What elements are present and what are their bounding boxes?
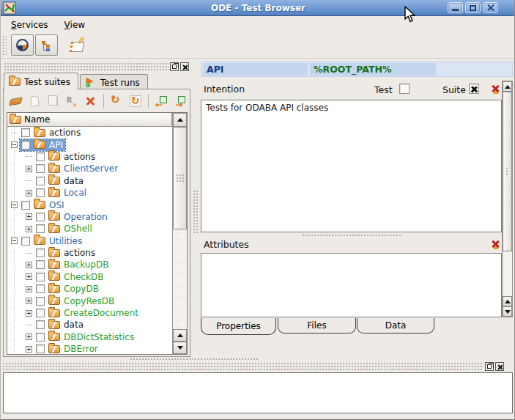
tree-checkbox[interactable]	[36, 309, 45, 317]
scrollbar-track[interactable]	[503, 251, 512, 296]
tree-item-DBDictStatistics[interactable]: DBDictStatistics	[7, 331, 172, 343]
delete-button[interactable]	[82, 93, 97, 109]
tree-checkbox[interactable]	[21, 201, 30, 210]
tree-item-CopyResDB[interactable]: CopyResDB	[7, 295, 172, 306]
tree-checkbox[interactable]	[36, 273, 45, 281]
tree-item-BackupDB[interactable]: BackupDB	[7, 259, 172, 270]
refresh-button[interactable]	[127, 93, 143, 109]
tree-checkbox[interactable]	[21, 141, 30, 150]
tab-test-runs[interactable]: Test runs	[80, 74, 148, 90]
expander-minus-icon[interactable]	[11, 141, 18, 148]
tree-checkbox[interactable]	[36, 248, 45, 257]
tree-checkbox[interactable]	[36, 152, 45, 161]
attributes-clear-button[interactable]	[489, 237, 502, 250]
scroll-down-button[interactable]	[503, 306, 512, 317]
left-dock-float-button[interactable]	[170, 62, 179, 71]
expander-plus-icon[interactable]	[26, 346, 32, 353]
tree-item-data[interactable]: data	[7, 175, 172, 187]
tree-item-OSI[interactable]: OSI	[7, 199, 172, 210]
tab-data[interactable]: Data	[357, 318, 434, 334]
bottom-dock-handle[interactable]	[2, 362, 483, 371]
tree-item-actions[interactable]: actions	[7, 127, 172, 139]
close-button[interactable]	[483, 2, 498, 13]
scroll-up-button-2[interactable]	[503, 296, 512, 306]
expander-plus-icon[interactable]	[26, 273, 32, 280]
tab-properties[interactable]: Properties	[201, 318, 276, 335]
tree-checkbox[interactable]	[36, 297, 45, 306]
expander-plus-icon[interactable]	[26, 226, 32, 232]
copy-button[interactable]	[45, 93, 61, 109]
tree-item-CopyDB[interactable]: CopyDB	[7, 283, 172, 295]
tab-test-suites[interactable]: Test suites	[4, 73, 78, 90]
vertical-splitter[interactable]	[191, 62, 200, 357]
horizontal-splitter[interactable]	[1, 357, 515, 362]
tree-checkbox[interactable]	[36, 320, 45, 329]
workspace-button[interactable]	[11, 34, 34, 56]
tree-item-Utilities[interactable]: Utilities	[7, 235, 172, 247]
tree-item-CheckDB[interactable]: CheckDB	[7, 271, 172, 283]
tree-checkbox[interactable]	[36, 188, 45, 197]
tree-item-data[interactable]: data	[7, 319, 172, 331]
scrollbar-thumb[interactable]	[503, 92, 512, 251]
output-panel[interactable]	[3, 372, 513, 413]
toolbar-drag-handle[interactable]	[2, 35, 7, 56]
tree-checkbox[interactable]	[21, 128, 30, 137]
tree-item-CreateDocument[interactable]: CreateDocument	[7, 307, 172, 319]
tree-vertical-scrollbar[interactable]	[172, 113, 187, 354]
tree-checkbox[interactable]	[36, 177, 45, 185]
tree-item-actions[interactable]: actions	[7, 247, 172, 259]
tree-checkbox[interactable]	[21, 237, 30, 246]
scroll-up-button[interactable]	[503, 81, 512, 92]
tab-files[interactable]: Files	[278, 318, 356, 334]
tree-item-Local[interactable]: Local	[7, 187, 172, 199]
intention-clear-button[interactable]	[489, 82, 502, 95]
new-button[interactable]	[26, 93, 42, 109]
expander-minus-icon[interactable]	[11, 202, 18, 208]
tree-checkbox[interactable]	[36, 213, 45, 221]
bottom-dock-float-button[interactable]	[485, 362, 494, 371]
scroll-up-button-2[interactable]	[173, 329, 187, 342]
tree-item-DBError[interactable]: DBError	[7, 343, 172, 354]
clear-button[interactable]	[8, 93, 23, 109]
tree-header[interactable]: Name	[7, 113, 172, 127]
menu-view[interactable]: View	[59, 18, 91, 32]
tree-checkbox[interactable]	[36, 224, 45, 233]
tree-item-Operation[interactable]: Operation	[7, 211, 172, 223]
expander-plus-icon[interactable]	[26, 213, 32, 220]
tree-checkbox[interactable]	[36, 333, 45, 342]
tree-item-actions[interactable]: actions	[7, 151, 172, 163]
tree-checkbox[interactable]	[36, 345, 45, 353]
attributes-textarea[interactable]	[201, 253, 502, 317]
intention-textarea[interactable]: Tests for ODABA API classes	[201, 100, 502, 232]
maximize-button[interactable]	[465, 2, 481, 13]
tree-checkbox[interactable]	[36, 260, 45, 269]
left-dock-handle[interactable]	[4, 62, 169, 71]
tree-item-OShell[interactable]: OShell	[7, 223, 172, 235]
tree-checkbox[interactable]	[36, 164, 45, 173]
scrollbar-track[interactable]	[173, 229, 187, 329]
undo-button[interactable]	[109, 93, 125, 109]
minimize-button[interactable]	[448, 2, 463, 13]
expander-plus-icon[interactable]	[26, 334, 32, 340]
left-dock-close-button[interactable]	[180, 62, 189, 71]
import-button[interactable]	[154, 93, 169, 109]
expander-plus-icon[interactable]	[26, 166, 32, 172]
export-button[interactable]	[173, 93, 188, 109]
scrollbar-thumb[interactable]	[173, 127, 187, 229]
rename-button[interactable]	[64, 93, 79, 109]
record-name-cell[interactable]: API	[203, 63, 308, 75]
tree-view-button[interactable]	[35, 34, 58, 56]
expander-minus-icon[interactable]	[11, 237, 18, 244]
suite-checkbox[interactable]	[469, 84, 479, 94]
tree-item-ClientServer[interactable]: ClientServer	[7, 163, 172, 174]
bottom-dock-close-button[interactable]	[495, 362, 504, 371]
record-path-cell[interactable]: %ROOT_PATH%	[310, 63, 436, 75]
scroll-down-button[interactable]	[173, 342, 187, 354]
expander-plus-icon[interactable]	[26, 262, 32, 268]
right-vertical-scrollbar[interactable]	[502, 81, 513, 317]
test-checkbox[interactable]	[399, 84, 410, 94]
scroll-up-button[interactable]	[173, 113, 187, 127]
expander-plus-icon[interactable]	[26, 286, 32, 292]
tree-checkbox[interactable]	[36, 284, 45, 293]
expander-plus-icon[interactable]	[26, 310, 32, 317]
